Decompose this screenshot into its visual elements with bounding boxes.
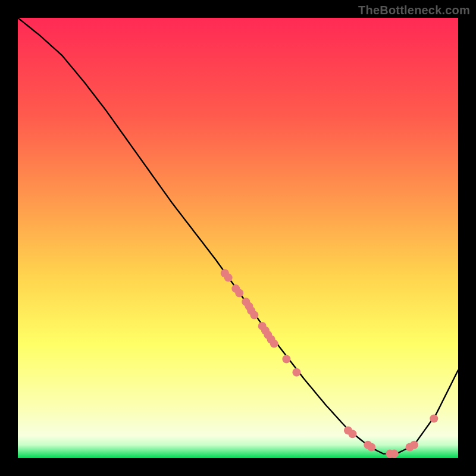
curve-point — [410, 441, 418, 449]
watermark-text: TheBottleneck.com — [358, 4, 470, 17]
curve-point — [235, 289, 243, 298]
curve-point — [292, 368, 300, 377]
curve-point — [348, 430, 356, 438]
chart-svg — [0, 0, 476, 476]
plot-background — [18, 18, 458, 458]
curve-point — [390, 450, 399, 458]
curve-point — [250, 311, 258, 320]
curve-point — [224, 274, 233, 282]
curve-point — [367, 443, 375, 452]
curve-point — [270, 340, 278, 348]
curve-point — [430, 414, 438, 422]
chart-canvas: TheBottleneck.com — [0, 0, 476, 476]
plot-area — [18, 18, 458, 458]
curve-point — [282, 355, 290, 364]
